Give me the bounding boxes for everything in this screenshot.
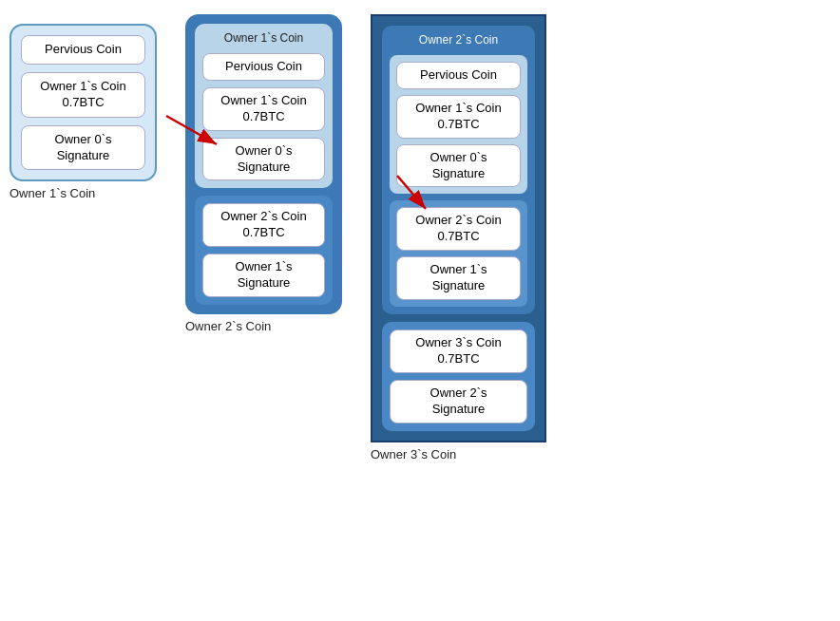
mid-owner0-sig: Owner 0`sSignature: [202, 138, 325, 181]
mid-owner1-coin: Owner 1`s Coin0.7BTC: [202, 87, 325, 131]
right-owner0-sig: Owner 0`sSignature: [396, 144, 521, 188]
right-owner1-coin: Owner 1`s Coin0.7BTC: [396, 95, 521, 139]
owner1-left-block: Pervious Coin Owner 1`s Coin0.7BTC Owner…: [10, 24, 157, 181]
mid-block-label: Owner 2`s Coin: [185, 319, 271, 333]
right-pervious: Pervious Coin: [396, 62, 521, 89]
left-block-label: Owner 1`s Coin: [10, 186, 95, 200]
mid-lower-sub: Owner 2`s Coin0.7BTC Owner 1`sSignature: [195, 196, 333, 305]
left-column: Pervious Coin Owner 1`s Coin0.7BTC Owner…: [10, 14, 157, 200]
mid-upper-sub: Owner 1`s Coin Pervious Coin Owner 1`s C…: [195, 24, 333, 188]
owner3-outer-block: Owner 2`s Coin Pervious Coin Owner 1`s C…: [371, 14, 546, 442]
right-lower-sub: Owner 3`s Coin0.7BTC Owner 2`sSignature: [382, 322, 535, 431]
mid-owner2-coin: Owner 2`s Coin0.7BTC: [202, 203, 325, 247]
right-column: Owner 2`s Coin Pervious Coin Owner 1`s C…: [371, 14, 546, 461]
right-owner1-sig: Owner 1`sSignature: [396, 256, 521, 300]
right-owner2-coin: Owner 2`s Coin0.7BTC: [396, 207, 521, 251]
mid-owner1-sig: Owner 1`sSignature: [202, 254, 325, 297]
right-upper-sub: Owner 2`s Coin Pervious Coin Owner 1`s C…: [382, 26, 535, 314]
owner2-mid-block: Owner 1`s Coin Pervious Coin Owner 1`s C…: [185, 14, 342, 314]
right-owner2-sig: Owner 2`sSignature: [390, 380, 527, 423]
item-owner1-coin-left: Owner 1`s Coin0.7BTC: [21, 72, 145, 118]
right-inner-lower: Owner 2`s Coin0.7BTC Owner 1`sSignature: [390, 200, 527, 307]
mid-pervious: Pervious Coin: [202, 53, 325, 81]
right-upper-title: Owner 2`s Coin: [390, 33, 527, 47]
mid-upper-title: Owner 1`s Coin: [202, 31, 325, 45]
item-pervious-coin-left: Pervious Coin: [21, 35, 145, 65]
middle-column: Owner 1`s Coin Pervious Coin Owner 1`s C…: [185, 14, 342, 333]
right-block-label: Owner 3`s Coin: [371, 447, 456, 461]
item-owner0-sig-left: Owner 0`sSignature: [21, 125, 145, 171]
right-inner-upper: Pervious Coin Owner 1`s Coin0.7BTC Owner…: [390, 55, 527, 194]
right-owner3-coin: Owner 3`s Coin0.7BTC: [390, 329, 527, 373]
